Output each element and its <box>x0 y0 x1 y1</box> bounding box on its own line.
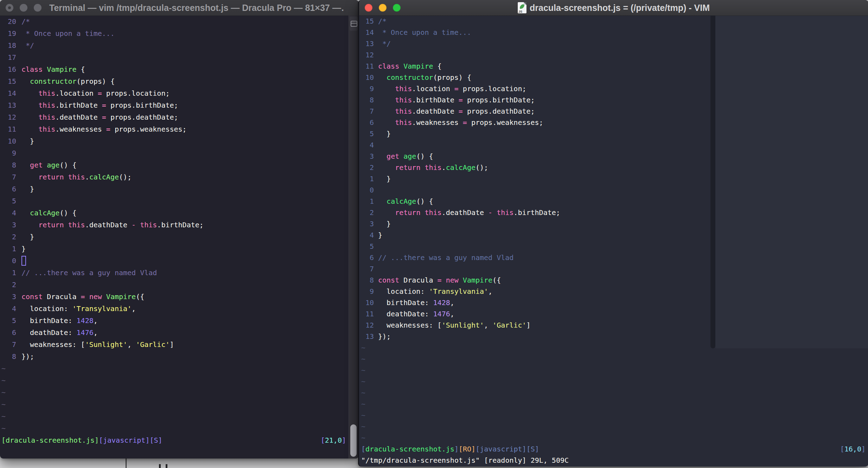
minimize-button[interactable] <box>20 4 27 12</box>
line-number: 12 <box>361 320 374 331</box>
code-line: 4 <box>359 139 868 151</box>
code-line: 7 this.deathDate = props.deathDate; <box>359 106 868 117</box>
line-number: 2 <box>1 231 16 243</box>
code-line: 4 calcAge() { <box>0 207 349 219</box>
line-number: 1 <box>361 196 374 207</box>
line-number: 8 <box>361 94 374 106</box>
empty-buffer-line: ~ <box>359 342 868 353</box>
line-number: 5 <box>361 241 374 252</box>
code-line: 3 get age() { <box>359 151 868 162</box>
zoom-button[interactable] <box>34 4 42 12</box>
line-number: 18 <box>1 39 16 51</box>
empty-buffer-line: ~ <box>359 410 868 421</box>
code-line: 1 } <box>359 173 868 184</box>
code-line: 10 } <box>0 135 349 147</box>
empty-buffer-line: ~ <box>0 398 349 410</box>
statusline-filename: [dracula-screenshot.js] <box>1 434 99 446</box>
code-line: 8}); <box>0 350 349 362</box>
code-line: 11 this.weaknesses = props.weaknesses; <box>0 123 349 135</box>
line-number: 15 <box>1 75 16 87</box>
zoom-button[interactable] <box>393 4 401 12</box>
line-number: 6 <box>1 327 16 339</box>
command-line: "/tmp/dracula-screenshot.js" [readonly] … <box>359 455 868 466</box>
empty-buffer-line: ~ <box>0 386 349 398</box>
line-number: 6 <box>1 183 16 195</box>
statusline-flags: [javascript][S] <box>476 443 539 455</box>
terminal-titlebar[interactable]: Terminal — vim /tmp/dracula-screenshot.j… <box>0 0 359 16</box>
traffic-lights <box>6 4 42 12</box>
code-line: 6 deathDate: 1476, <box>0 327 349 339</box>
command-line <box>0 446 349 458</box>
js-file-label: JS <box>518 10 522 13</box>
statusline-flags: [javascript][S] <box>99 434 162 446</box>
line-number: 13 <box>361 331 374 342</box>
line-number: 2 <box>361 162 374 173</box>
line-number: 9 <box>1 147 16 159</box>
code-line: 20/* <box>0 15 349 27</box>
line-number: 1 <box>1 267 16 279</box>
code-line: 8 get age() { <box>0 159 349 171</box>
document-icon: JS <box>518 2 526 13</box>
line-number: 19 <box>1 27 16 39</box>
code-area[interactable]: 20/*19 * Once upon a time...18 */1716cla… <box>0 15 349 434</box>
line-number: 15 <box>361 15 374 27</box>
code-line: 14 this.location = props.location; <box>0 87 349 99</box>
code-line: 7 return this.calcAge(); <box>0 171 349 183</box>
code-line: 13 */ <box>359 38 868 49</box>
code-line: 3 return this.deathDate - this.birthDate… <box>0 219 349 231</box>
line-number: 5 <box>361 128 374 139</box>
line-number: 0 <box>1 255 16 267</box>
background-page-text-fragment <box>159 464 167 468</box>
code-line: 9 <box>0 147 349 159</box>
code-line: 2 return this.calcAge(); <box>359 162 868 173</box>
scrollbar-track[interactable] <box>349 15 359 458</box>
line-number: 11 <box>1 123 16 135</box>
line-number: 3 <box>1 219 16 231</box>
scrollbar-thumb[interactable] <box>350 424 357 457</box>
code-line: 5 <box>359 241 868 252</box>
empty-buffer-line: ~ <box>359 387 868 398</box>
line-number: 8 <box>1 159 16 171</box>
code-line: 5 <box>0 195 349 207</box>
line-number: 4 <box>361 229 374 241</box>
code-line: 17 <box>0 51 349 63</box>
line-number: 3 <box>361 151 374 162</box>
line-number: 14 <box>1 87 16 99</box>
line-number: 4 <box>1 303 16 315</box>
code-line: 12 <box>359 49 868 61</box>
code-line: 2 } <box>0 231 349 243</box>
line-number: 6 <box>361 117 374 128</box>
split-pane-button[interactable] <box>350 17 358 31</box>
code-line: 9 this.location = props.location; <box>359 83 868 94</box>
code-line: 18 */ <box>0 39 349 51</box>
close-button[interactable] <box>365 4 372 12</box>
line-number: 11 <box>361 308 374 320</box>
line-number: 8 <box>1 350 16 362</box>
macvim-titlebar[interactable]: JS dracula-screenshot.js = (/private/tmp… <box>359 0 868 16</box>
readonly-flag: [RO] <box>459 443 476 455</box>
code-area[interactable]: 15/*14 * Once upon a time...13 */1211cla… <box>359 15 868 443</box>
code-line: 12 weaknesses: ['Sunlight', 'Garlic'] <box>359 320 868 331</box>
cursor-position: 21,0 <box>325 434 342 446</box>
line-number: 4 <box>1 207 16 219</box>
minimize-button[interactable] <box>379 4 387 12</box>
code-line: 6 this.weaknesses = props.weaknesses; <box>359 117 868 128</box>
line-number: 12 <box>1 111 16 123</box>
code-line: 9 location: 'Transylvania', <box>359 286 868 297</box>
line-number: 5 <box>1 315 16 327</box>
code-line: 8const Dracula = new Vampire({ <box>359 274 868 286</box>
empty-buffer-line: ~ <box>359 353 868 365</box>
ruler-bracket: [ <box>840 443 844 455</box>
code-line: 5 birthDate: 1428, <box>0 315 349 327</box>
close-button[interactable] <box>6 4 13 12</box>
line-number: 1 <box>361 173 374 184</box>
code-line: 3const Dracula = new Vampire({ <box>0 291 349 303</box>
code-line: 2 return this.deathDate - this.birthDate… <box>359 207 868 218</box>
code-line: 7 <box>359 263 868 274</box>
code-line: 7 weaknesses: ['Sunlight', 'Garlic'] <box>0 339 349 350</box>
line-number: 13 <box>361 38 374 49</box>
ruler-bracket: ] <box>861 443 866 455</box>
line-number: 2 <box>361 207 374 218</box>
ruler-bracket: [ <box>321 434 325 446</box>
line-number: 7 <box>1 171 16 183</box>
